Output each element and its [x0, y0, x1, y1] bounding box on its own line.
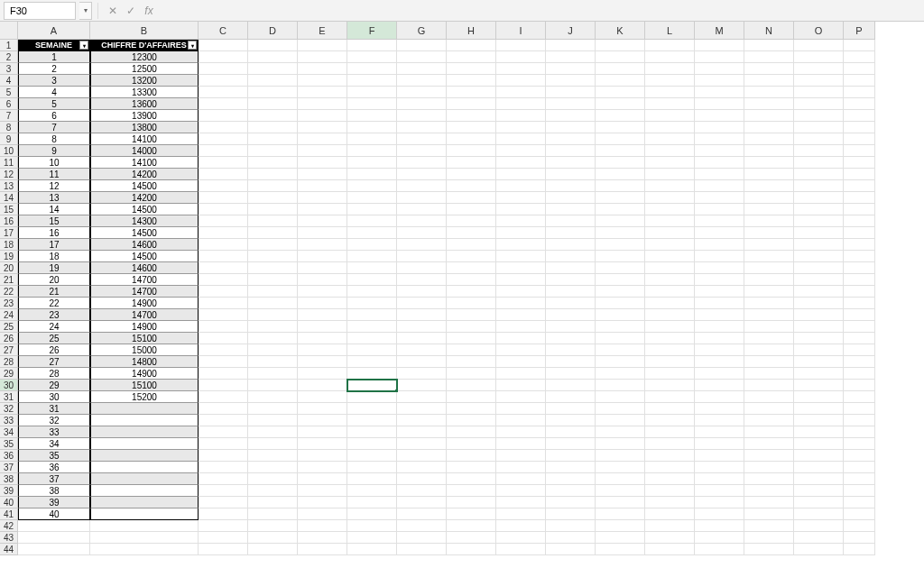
cell-F30[interactable] — [347, 380, 397, 391]
row-header-32[interactable]: 32 — [0, 403, 18, 415]
cell-D9[interactable] — [248, 133, 298, 145]
cell-P10[interactable] — [844, 145, 875, 157]
cell-G8[interactable] — [397, 122, 447, 133]
cell-J8[interactable] — [546, 122, 596, 133]
cell-P33[interactable] — [844, 415, 875, 426]
cell-P7[interactable] — [844, 110, 875, 122]
cell-G1[interactable] — [397, 40, 447, 51]
cell-K2[interactable] — [596, 51, 645, 63]
formula-input[interactable] — [158, 2, 924, 20]
cell-H12[interactable] — [447, 169, 496, 180]
cell-M13[interactable] — [695, 180, 744, 192]
cell-A29[interactable]: 28 — [18, 368, 90, 380]
cell-J3[interactable] — [546, 63, 596, 75]
cell-B17[interactable]: 14500 — [90, 227, 199, 239]
cell-N4[interactable] — [744, 75, 794, 87]
cell-H4[interactable] — [447, 75, 496, 87]
filter-dropdown-icon[interactable]: ▾ — [188, 41, 197, 50]
cell-H5[interactable] — [447, 87, 496, 98]
cell-F43[interactable] — [347, 532, 397, 544]
cell-B3[interactable]: 12500 — [90, 63, 199, 75]
cell-O6[interactable] — [794, 98, 844, 110]
cell-D20[interactable] — [248, 262, 298, 274]
cell-L31[interactable] — [645, 391, 695, 403]
cell-H39[interactable] — [447, 485, 496, 497]
cell-J9[interactable] — [546, 133, 596, 145]
cell-D35[interactable] — [248, 438, 298, 450]
cell-B27[interactable]: 15000 — [90, 344, 199, 356]
cell-F29[interactable] — [347, 368, 397, 380]
row-header-21[interactable]: 21 — [0, 274, 18, 286]
cell-D13[interactable] — [248, 180, 298, 192]
cell-G16[interactable] — [397, 215, 447, 227]
cell-G14[interactable] — [397, 192, 447, 204]
cell-I25[interactable] — [496, 321, 546, 333]
cell-H43[interactable] — [447, 532, 496, 544]
cell-I13[interactable] — [496, 180, 546, 192]
cell-F10[interactable] — [347, 145, 397, 157]
cell-L40[interactable] — [645, 497, 695, 508]
cell-N26[interactable] — [744, 333, 794, 344]
cell-N36[interactable] — [744, 450, 794, 462]
cell-L28[interactable] — [645, 356, 695, 368]
row-header-42[interactable]: 42 — [0, 520, 18, 532]
cell-P37[interactable] — [844, 462, 875, 473]
cell-K1[interactable] — [596, 40, 645, 51]
cell-P34[interactable] — [844, 426, 875, 438]
row-header-7[interactable]: 7 — [0, 110, 18, 122]
cell-J4[interactable] — [546, 75, 596, 87]
cell-N3[interactable] — [744, 63, 794, 75]
cell-F26[interactable] — [347, 333, 397, 344]
cell-J28[interactable] — [546, 356, 596, 368]
cell-K17[interactable] — [596, 227, 645, 239]
cell-F21[interactable] — [347, 274, 397, 286]
column-header-H[interactable]: H — [447, 22, 496, 40]
cell-E14[interactable] — [298, 192, 347, 204]
cell-J22[interactable] — [546, 286, 596, 298]
confirm-button[interactable]: ✓ — [122, 2, 140, 20]
row-header-37[interactable]: 37 — [0, 462, 18, 473]
row-header-15[interactable]: 15 — [0, 204, 18, 215]
cell-E6[interactable] — [298, 98, 347, 110]
cell-B11[interactable]: 14100 — [90, 157, 199, 169]
cell-N6[interactable] — [744, 98, 794, 110]
cell-B34[interactable] — [90, 426, 199, 438]
cell-C36[interactable] — [199, 450, 248, 462]
cell-N44[interactable] — [744, 544, 794, 555]
cell-K15[interactable] — [596, 204, 645, 215]
cell-J27[interactable] — [546, 344, 596, 356]
row-header-25[interactable]: 25 — [0, 321, 18, 333]
cell-C44[interactable] — [199, 544, 248, 555]
cell-F14[interactable] — [347, 192, 397, 204]
cell-O12[interactable] — [794, 169, 844, 180]
row-header-11[interactable]: 11 — [0, 157, 18, 169]
cell-P25[interactable] — [844, 321, 875, 333]
cell-D33[interactable] — [248, 415, 298, 426]
cell-C30[interactable] — [199, 380, 248, 391]
cell-C13[interactable] — [199, 180, 248, 192]
cell-D4[interactable] — [248, 75, 298, 87]
cell-D26[interactable] — [248, 333, 298, 344]
cell-D15[interactable] — [248, 204, 298, 215]
cell-H27[interactable] — [447, 344, 496, 356]
cell-M37[interactable] — [695, 462, 744, 473]
cell-L29[interactable] — [645, 368, 695, 380]
cell-K34[interactable] — [596, 426, 645, 438]
cell-J25[interactable] — [546, 321, 596, 333]
cell-E39[interactable] — [298, 485, 347, 497]
cell-N30[interactable] — [744, 380, 794, 391]
cell-N12[interactable] — [744, 169, 794, 180]
row-header-41[interactable]: 41 — [0, 508, 18, 520]
cell-J26[interactable] — [546, 333, 596, 344]
cell-N33[interactable] — [744, 415, 794, 426]
cell-H25[interactable] — [447, 321, 496, 333]
cell-J14[interactable] — [546, 192, 596, 204]
cell-C14[interactable] — [199, 192, 248, 204]
cell-E8[interactable] — [298, 122, 347, 133]
cell-N10[interactable] — [744, 145, 794, 157]
cell-M23[interactable] — [695, 298, 744, 309]
cell-C12[interactable] — [199, 169, 248, 180]
cell-H15[interactable] — [447, 204, 496, 215]
cell-A11[interactable]: 10 — [18, 157, 90, 169]
cell-H33[interactable] — [447, 415, 496, 426]
